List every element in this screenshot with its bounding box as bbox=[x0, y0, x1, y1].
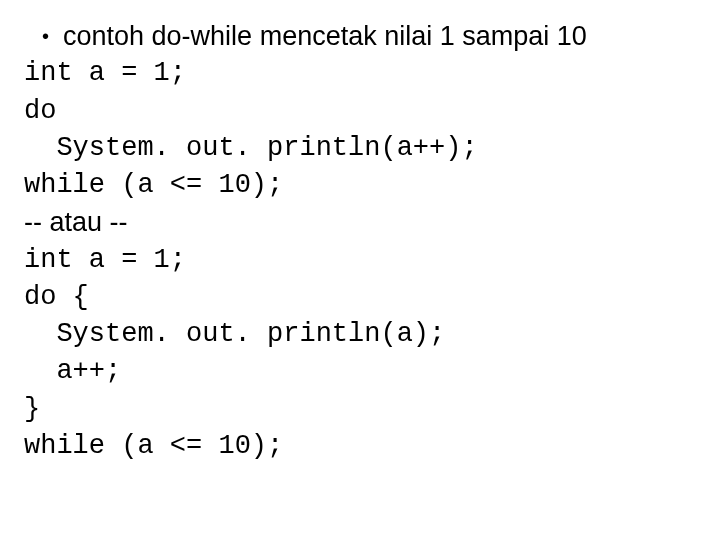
separator-text: -- atau -- bbox=[24, 204, 696, 241]
code-line: do bbox=[24, 93, 696, 130]
bullet-text: contoh do-while mencetak nilai 1 sampai … bbox=[63, 18, 587, 55]
code-line: while (a <= 10); bbox=[24, 428, 696, 465]
code-line: } bbox=[24, 391, 696, 428]
code-line: System. out. println(a); bbox=[24, 316, 696, 353]
bullet-marker: • bbox=[42, 26, 49, 46]
code-line: int a = 1; bbox=[24, 55, 696, 92]
code-line: System. out. println(a++); bbox=[24, 130, 696, 167]
bullet-item: • contoh do-while mencetak nilai 1 sampa… bbox=[24, 18, 696, 55]
code-line: a++; bbox=[24, 353, 696, 390]
code-line: int a = 1; bbox=[24, 242, 696, 279]
code-line: do { bbox=[24, 279, 696, 316]
code-line: while (a <= 10); bbox=[24, 167, 696, 204]
